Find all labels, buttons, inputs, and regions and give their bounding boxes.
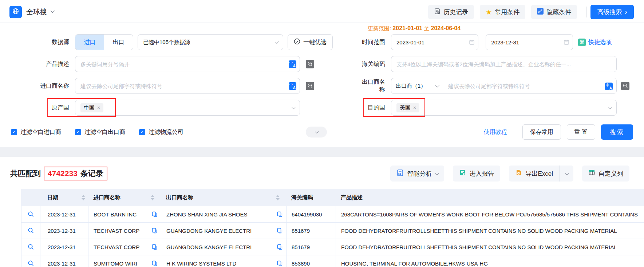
filter-label: 过滤物流公司 [149,128,183,136]
save-common-button[interactable]: 保存常用 [522,124,561,140]
table-row: 2023-12-31 TECHVAST CORP GUANGDONG KANGY… [21,239,644,255]
arrow-right-icon: › [625,8,627,15]
cell-date: 2023-12-31 [40,223,88,239]
cell-exporter: GUANGDONG KANGYE ELECTRI [161,239,287,255]
filter-logistics[interactable]: ✓ 过滤物流公司 [139,128,183,136]
origin-country-tag: 中国 × [80,103,103,112]
copy-icon[interactable] [277,260,283,266]
tab-export[interactable]: 出口 [104,35,133,50]
favorites-button[interactable]: ★ 常用条件 [480,5,525,19]
translate-icon[interactable]: 中A [289,60,296,68]
importer-input[interactable] [75,78,300,94]
reset-button[interactable]: 重 置 [567,124,595,140]
cell-hs-code: 851679 [287,239,336,255]
cell-hs-code: 853890 [287,255,336,267]
cell-date: 2023-12-31 [40,206,88,222]
history-button[interactable]: 历史记录 [428,5,474,19]
cell-exporter: H K WIRING SYSTEMS LTD [161,255,287,267]
copy-icon[interactable] [152,228,157,234]
translate-icon[interactable]: 中A [605,83,613,90]
filter-blank-exporter[interactable]: ✓ 过滤空白出口商 [75,128,125,136]
history-icon [434,8,440,16]
checkbox-checked-icon[interactable]: ✓ [139,129,145,135]
magnifier-icon[interactable] [28,244,34,250]
cell-product-desc: FOOD DEHYDRATORFRUITROLLSHEETTHIS SHIPME… [336,239,644,255]
one-click-optimize-button[interactable]: 一键优选 [288,34,333,50]
exporter-role-select[interactable]: 出口商（1） [391,78,443,93]
end-date-input[interactable] [486,34,573,50]
customize-columns-button[interactable]: 自定义列 [582,166,629,182]
cell-importer: TECHVAST CORP [88,223,161,239]
smart-analysis-button[interactable]: BI 智能分析 [390,166,444,182]
history-button-label: 历史记录 [443,8,468,16]
quick-options-button[interactable]: ⌘ 快捷选项 [578,39,612,46]
tag-close-icon[interactable]: × [413,105,416,111]
datasource-select[interactable]: 已选中105个数据源 [138,34,283,50]
match-suffix: 条记录 [80,168,103,179]
checkbox-checked-icon[interactable]: ✓ [11,129,17,135]
similar-search-icon[interactable] [306,82,314,90]
chevron-down-icon[interactable] [51,9,55,13]
header-importer: 进口商名称 [88,189,161,206]
match-summary: 共匹配到 4742233 条记录 [10,167,107,180]
copy-icon[interactable] [152,211,157,217]
datasource-label: 数据源 [11,39,69,46]
tab-import[interactable]: 进口 [75,35,104,50]
hide-conditions-button[interactable]: 隐藏条件 [531,5,577,19]
cell-hs-code: 851679 [287,223,336,239]
cell-exporter: GUANGDONG KANGYE ELECTRI [161,223,287,239]
cell-product-desc: HOUSING, TERMINAL FOR AUTOMOBILE,HKWS-US… [336,255,644,267]
origin-country-select[interactable]: 中国 × [75,100,300,116]
checkbox-checked-icon[interactable]: ✓ [75,129,81,135]
copy-icon[interactable] [277,244,283,250]
sort-icon[interactable] [151,195,154,200]
magnifier-icon[interactable] [28,227,34,234]
hs-code-input[interactable] [391,56,617,72]
translate-icon[interactable]: 中A [289,82,296,90]
report-icon [459,169,466,178]
cell-date: 2023-12-31 [40,239,88,255]
magnifier-icon[interactable] [28,211,34,218]
exporter-name: H K WIRING SYSTEMS LTD [166,260,236,267]
search-button[interactable]: 搜索 [601,124,633,140]
enter-report-button[interactable]: 进入报告 [453,166,500,182]
similar-search-icon[interactable] [306,60,314,68]
copy-icon[interactable] [152,260,157,266]
copy-icon[interactable] [152,244,157,250]
exporter-input[interactable] [443,78,616,93]
chevron-down-icon [435,83,439,87]
tag-close-icon[interactable]: × [97,105,100,111]
exporter-label: 出口商名称 [357,78,385,93]
copy-icon[interactable] [277,228,283,234]
export-excel-button[interactable]: 导出Excel [509,166,559,182]
divider [586,7,587,17]
customize-columns-label: 自定义列 [598,170,623,178]
tutorial-link[interactable]: 使用教程 [484,128,507,136]
copy-icon[interactable] [277,211,283,217]
app-logo [9,6,22,18]
update-range-middle: 至 [424,25,429,31]
match-prefix: 共匹配到 [10,168,41,179]
collapse-icon [537,8,544,16]
product-desc-input[interactable] [75,56,300,72]
calendar-icon[interactable] [564,39,569,47]
similar-search-icon[interactable] [621,82,629,90]
collapse-form-button[interactable] [306,127,327,138]
optimize-button-label: 一键优选 [303,39,327,46]
form-row-product: 产品描述 中A 海关编码 [11,56,633,72]
chevron-down-icon [292,105,296,109]
table-row: 2023-12-31 BOOT BARN INC ZHONG SHAN XING… [21,206,644,223]
filter-blank-importer[interactable]: ✓ 过滤空白进口商 [11,128,61,136]
calendar-icon[interactable] [469,39,475,47]
importer-name: SUMITOMO WIRI [94,260,137,267]
enter-report-label: 进入报告 [469,170,494,178]
sort-icon[interactable] [276,195,280,200]
sort-icon[interactable] [82,195,85,200]
start-date-input[interactable] [391,34,478,50]
advanced-search-button[interactable]: 高级搜索 › [590,5,634,19]
destination-country-select[interactable]: 美国 × [391,100,617,116]
magnifier-icon[interactable] [28,260,34,267]
export-options-button[interactable] [560,166,573,182]
form-row-timerange: 时间范围 – ⌘ 快捷选项 [357,34,612,50]
timerange-label: 时间范围 [357,39,385,46]
